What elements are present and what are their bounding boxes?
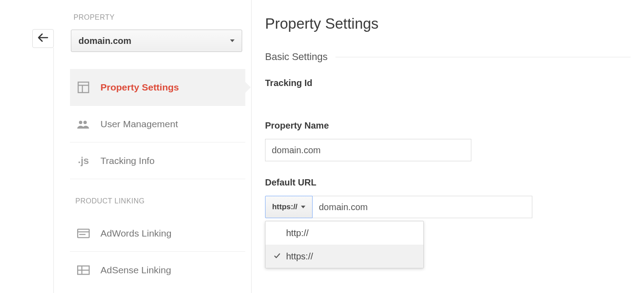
- svg-point-4: [83, 121, 87, 124]
- sidebar-divider: [53, 48, 54, 293]
- card-icon: [76, 226, 91, 241]
- protocol-select[interactable]: https://: [265, 196, 313, 218]
- panel-icon: [76, 80, 91, 95]
- nav-item-property-settings[interactable]: Property Settings: [70, 69, 245, 106]
- section-label-property: PROPERTY: [70, 9, 245, 30]
- property-dropdown-label: domain.com: [78, 36, 131, 46]
- table-icon: [76, 263, 91, 277]
- caret-down-icon: [301, 206, 305, 208]
- page-title: Property Settings: [265, 15, 631, 32]
- js-icon: .js: [76, 154, 91, 168]
- svg-rect-0: [78, 82, 88, 92]
- label-tracking-id: Tracking Id: [265, 78, 631, 88]
- users-icon: [76, 117, 91, 131]
- nav-item-adwords-linking[interactable]: AdWords Linking: [70, 215, 245, 252]
- nav-item-label: Tracking Info: [100, 155, 155, 166]
- protocol-option-http[interactable]: http://: [265, 221, 423, 245]
- protocol-menu: http:// https://: [265, 221, 424, 268]
- fieldset-label-text: Basic Settings: [265, 51, 327, 63]
- protocol-option-label: https://: [286, 251, 313, 262]
- back-button[interactable]: [32, 29, 54, 48]
- property-name-input[interactable]: [265, 139, 471, 161]
- nav-item-label: AdWords Linking: [100, 228, 171, 239]
- nav-item-adsense-linking[interactable]: AdSense Linking: [70, 252, 245, 289]
- fieldset-divider: [335, 57, 631, 57]
- check-icon: [274, 251, 282, 262]
- nav-item-label: AdSense Linking: [100, 265, 171, 276]
- protocol-option-https[interactable]: https://: [265, 245, 423, 268]
- fieldset-basic-settings: Basic Settings: [265, 51, 631, 63]
- label-property-name: Property Name: [265, 121, 631, 131]
- protocol-select-label: https://: [272, 203, 298, 211]
- nav-item-label: Property Settings: [100, 82, 179, 93]
- nav-item-label: User Management: [100, 119, 178, 129]
- protocol-option-label: http://: [286, 228, 309, 238]
- nav-item-tracking-info[interactable]: .js Tracking Info: [70, 142, 245, 179]
- svg-point-3: [79, 121, 83, 124]
- back-arrow-icon: [38, 33, 48, 44]
- default-url-input[interactable]: [313, 196, 532, 218]
- svg-rect-5: [78, 229, 89, 237]
- section-label-product-linking: PRODUCT LINKING: [70, 193, 245, 213]
- label-default-url: Default URL: [265, 177, 631, 188]
- property-dropdown[interactable]: domain.com: [71, 30, 242, 52]
- nav-item-user-management[interactable]: User Management: [70, 106, 245, 142]
- caret-down-icon: [230, 39, 235, 42]
